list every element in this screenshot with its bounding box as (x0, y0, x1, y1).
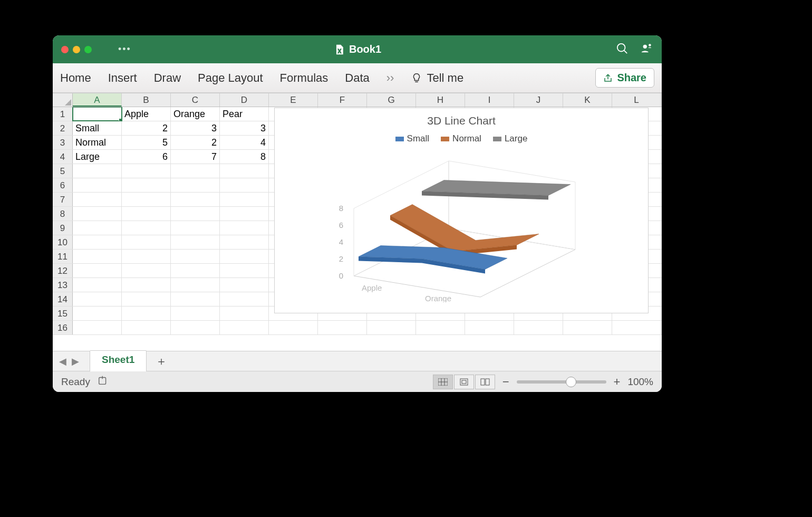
cell[interactable] (220, 221, 269, 235)
cell[interactable] (122, 193, 171, 206)
cell[interactable] (171, 250, 220, 263)
zoom-slider[interactable] (517, 380, 606, 384)
cell[interactable] (73, 250, 122, 263)
sheet-next-icon[interactable]: ▶ (70, 355, 81, 368)
cell[interactable] (220, 250, 269, 263)
cell[interactable]: 3 (220, 121, 269, 135)
chart-object[interactable]: 3D Line Chart Small Normal Large 02468Ap… (274, 108, 649, 313)
cell[interactable] (220, 278, 269, 292)
cell[interactable] (171, 221, 220, 235)
tell-me-search[interactable]: Tell me (411, 71, 463, 85)
cell[interactable] (122, 250, 171, 263)
search-icon[interactable] (616, 43, 628, 56)
cell[interactable]: Pear (220, 107, 269, 121)
cell[interactable] (171, 193, 220, 206)
cell[interactable]: Large (73, 150, 122, 164)
row-header[interactable]: 15 (53, 307, 73, 320)
collaborators-icon[interactable] (641, 43, 652, 56)
cell[interactable] (220, 235, 269, 249)
row-header[interactable]: 1 (53, 107, 73, 121)
cell[interactable] (122, 321, 171, 334)
cell[interactable] (73, 278, 122, 292)
tab-data[interactable]: Data (345, 71, 369, 85)
cell[interactable] (171, 235, 220, 249)
cell[interactable] (73, 193, 122, 206)
zoom-window-button[interactable] (84, 46, 92, 53)
cell[interactable] (122, 307, 171, 320)
sheet-prev-icon[interactable]: ◀ (57, 355, 69, 368)
row-header[interactable]: 9 (53, 221, 73, 235)
cell[interactable]: 8 (220, 150, 269, 164)
cell[interactable]: Orange (171, 107, 220, 121)
zoom-out-button[interactable]: − (502, 375, 509, 389)
add-sheet-button[interactable]: ＋ (150, 353, 173, 369)
cell[interactable] (122, 207, 171, 221)
column-header[interactable]: A (73, 93, 122, 107)
grid-rows[interactable]: 1AppleOrangePear2Small2333Normal5244Larg… (53, 107, 662, 351)
cell[interactable] (416, 321, 465, 334)
cell[interactable] (171, 278, 220, 292)
cell[interactable] (171, 321, 220, 334)
cell[interactable] (220, 264, 269, 277)
cell[interactable]: 4 (220, 136, 269, 149)
cell[interactable] (171, 178, 220, 192)
row-header[interactable]: 12 (53, 264, 73, 277)
row-header[interactable]: 2 (53, 121, 73, 135)
column-header[interactable]: I (465, 93, 514, 107)
tab-page-layout[interactable]: Page Layout (198, 71, 263, 85)
row-header[interactable]: 3 (53, 136, 73, 149)
more-tabs-chevron-icon[interactable]: ›› (386, 71, 394, 85)
cell[interactable] (220, 321, 269, 334)
spreadsheet-grid[interactable]: ABCDEFGHIJKL 1AppleOrangePear2Small2333N… (53, 93, 662, 351)
cell[interactable] (73, 207, 122, 221)
row-header[interactable]: 5 (53, 164, 73, 178)
column-header[interactable]: J (514, 93, 563, 107)
cell[interactable] (171, 307, 220, 320)
cell[interactable] (73, 292, 122, 306)
zoom-in-button[interactable]: + (614, 375, 621, 389)
column-header[interactable]: D (220, 93, 269, 107)
cell[interactable] (171, 164, 220, 178)
row-header[interactable]: 8 (53, 207, 73, 221)
cell[interactable] (465, 321, 514, 334)
row-header[interactable]: 4 (53, 150, 73, 164)
cell[interactable]: 7 (171, 150, 220, 164)
cell[interactable] (514, 321, 563, 334)
zoom-level[interactable]: 100% (627, 376, 653, 388)
cell[interactable]: Normal (73, 136, 122, 149)
cell[interactable] (171, 207, 220, 221)
row-header[interactable]: 10 (53, 235, 73, 249)
column-header[interactable]: G (367, 93, 416, 107)
cell[interactable]: 3 (171, 121, 220, 135)
cell[interactable] (73, 321, 122, 334)
cell[interactable] (122, 292, 171, 306)
row-header[interactable]: 7 (53, 193, 73, 206)
cell[interactable] (73, 164, 122, 178)
cell[interactable] (73, 264, 122, 277)
cell[interactable] (220, 178, 269, 192)
cell[interactable] (269, 321, 318, 334)
column-header[interactable]: L (612, 93, 661, 107)
row-header[interactable]: 13 (53, 278, 73, 292)
cell[interactable] (220, 164, 269, 178)
sheet-tab-active[interactable]: Sheet1 (90, 350, 147, 371)
column-header[interactable]: F (318, 93, 367, 107)
column-header[interactable]: E (269, 93, 318, 107)
cell[interactable] (220, 307, 269, 320)
more-menu-icon[interactable]: ••• (118, 44, 131, 55)
macro-record-icon[interactable] (98, 375, 109, 389)
cell[interactable] (220, 207, 269, 221)
cell[interactable]: 2 (122, 121, 171, 135)
cell[interactable] (220, 193, 269, 206)
column-header[interactable]: C (171, 93, 220, 107)
cell[interactable] (122, 221, 171, 235)
cell[interactable] (122, 178, 171, 192)
close-window-button[interactable] (61, 46, 69, 53)
cell[interactable] (73, 307, 122, 320)
cell[interactable] (563, 321, 612, 334)
view-page-break-button[interactable] (475, 375, 495, 389)
column-header[interactable]: B (122, 93, 171, 107)
view-normal-button[interactable] (433, 375, 453, 389)
cell[interactable] (171, 292, 220, 306)
row-header[interactable]: 11 (53, 250, 73, 263)
